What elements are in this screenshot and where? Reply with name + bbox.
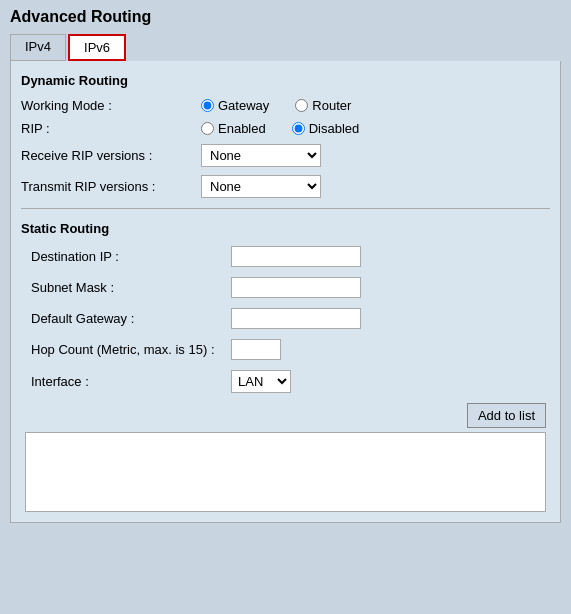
gateway-radio[interactable] (201, 99, 214, 112)
default-gateway-input[interactable] (231, 308, 361, 329)
rip-row: RIP : Enabled Disabled (21, 121, 550, 136)
section-divider (21, 208, 550, 209)
working-mode-label: Working Mode : (21, 98, 201, 113)
rip-disabled-option: Disabled (292, 121, 360, 136)
router-label: Router (312, 98, 351, 113)
hop-count-row: Hop Count (Metric, max. is 15) : (21, 339, 550, 360)
rip-enabled-label: Enabled (218, 121, 266, 136)
router-option: Router (295, 98, 351, 113)
static-routing-title: Static Routing (21, 221, 550, 236)
working-mode-options: Gateway Router (201, 98, 371, 113)
interface-label: Interface : (31, 374, 231, 389)
subnet-mask-row: Subnet Mask : (21, 277, 550, 298)
destination-ip-input[interactable] (231, 246, 361, 267)
router-radio[interactable] (295, 99, 308, 112)
rip-enabled-option: Enabled (201, 121, 266, 136)
rip-label: RIP : (21, 121, 201, 136)
destination-ip-label: Destination IP : (31, 249, 231, 264)
rip-disabled-radio[interactable] (292, 122, 305, 135)
add-to-list-row: Add to list (21, 403, 550, 428)
add-to-list-button[interactable]: Add to list (467, 403, 546, 428)
rip-enabled-radio[interactable] (201, 122, 214, 135)
rip-options: Enabled Disabled (201, 121, 379, 136)
hop-count-input[interactable] (231, 339, 281, 360)
subnet-mask-input[interactable] (231, 277, 361, 298)
subnet-mask-label: Subnet Mask : (31, 280, 231, 295)
receive-rip-label: Receive RIP versions : (21, 148, 201, 163)
transmit-rip-row: Transmit RIP versions : None (21, 175, 550, 198)
tab-ipv6[interactable]: IPv6 (68, 34, 126, 61)
static-routing-section: Static Routing Destination IP : Subnet M… (21, 219, 550, 512)
main-panel: Dynamic Routing Working Mode : Gateway R… (10, 61, 561, 523)
interface-select[interactable]: LAN WAN (231, 370, 291, 393)
default-gateway-row: Default Gateway : (21, 308, 550, 329)
destination-ip-row: Destination IP : (21, 246, 550, 267)
receive-rip-select[interactable]: None (201, 144, 321, 167)
page-wrapper: Advanced Routing IPv4 IPv6 Dynamic Routi… (0, 0, 571, 533)
tab-bar: IPv4 IPv6 (10, 34, 561, 61)
default-gateway-label: Default Gateway : (31, 311, 231, 326)
receive-rip-row: Receive RIP versions : None (21, 144, 550, 167)
interface-row: Interface : LAN WAN (21, 370, 550, 393)
transmit-rip-select[interactable]: None (201, 175, 321, 198)
rip-disabled-label: Disabled (309, 121, 360, 136)
transmit-rip-label: Transmit RIP versions : (21, 179, 201, 194)
gateway-option: Gateway (201, 98, 269, 113)
page-title: Advanced Routing (10, 8, 561, 26)
hop-count-label: Hop Count (Metric, max. is 15) : (31, 342, 231, 357)
dynamic-routing-title: Dynamic Routing (21, 73, 550, 88)
static-routes-list (25, 432, 546, 512)
gateway-label: Gateway (218, 98, 269, 113)
tab-ipv4[interactable]: IPv4 (10, 34, 66, 61)
working-mode-row: Working Mode : Gateway Router (21, 98, 550, 113)
